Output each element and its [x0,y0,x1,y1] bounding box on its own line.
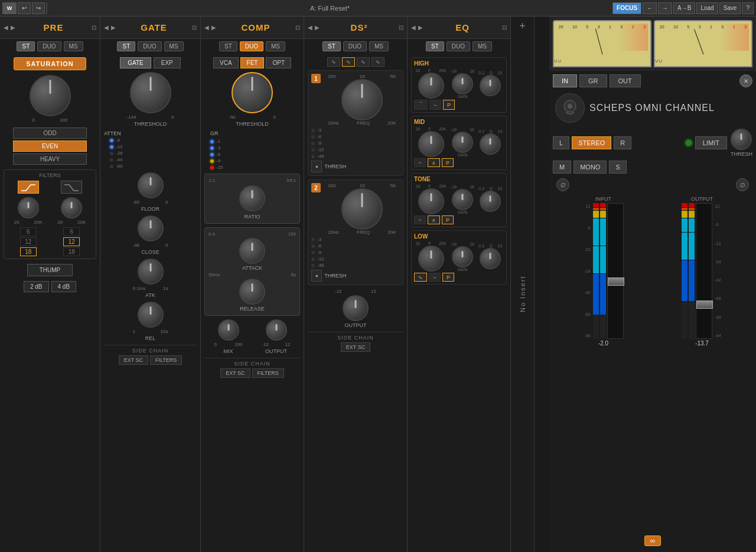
pre-nav-right[interactable]: ▶ [11,24,15,31]
insert-plus-btn[interactable]: + [516,17,529,36]
ds2-band2-freq-knob[interactable] [341,188,383,230]
mono-button[interactable]: MONO [573,161,607,174]
s-button[interactable]: S [609,161,626,174]
comp-output-knob[interactable] [266,319,287,341]
eq-low-q-knob[interactable] [480,248,501,269]
pre-main-knob[interactable] [30,75,71,116]
ds2-filter-btn-1[interactable]: ∿ [327,57,340,67]
filter-val-6b[interactable]: 6 [63,227,80,236]
help-button[interactable]: ? [742,2,754,14]
eq-low-filter-2[interactable]: ⌣ [429,273,441,282]
eq-mid-filter-1[interactable]: ⌢ [414,158,426,167]
ds2-filter-btn-2[interactable]: ∿ [342,57,355,67]
ds2-band1-freq-knob[interactable] [341,79,383,120]
gate-ext-sc-button[interactable]: EXT SC [119,355,148,365]
ds2-ext-sc-button[interactable]: EXT SC [341,342,370,352]
eq-expand[interactable]: ⊡ [502,24,507,31]
comp-mode-st[interactable]: ST [219,41,237,51]
gate-mode-duo[interactable]: DUO [138,41,161,51]
heavy-button[interactable]: HEAVY [13,153,87,165]
gr-button[interactable]: GR [579,74,607,87]
phase-btn-1[interactable]: ∅ [556,178,569,191]
odd-button[interactable]: ODD [13,128,87,139]
floor-knob[interactable] [138,172,164,198]
filter-val-12b[interactable]: 12 [63,237,80,246]
eq-mid-freq-knob[interactable] [418,131,444,157]
close-knob[interactable] [138,215,164,241]
gate-nav-right[interactable]: ▶ [111,24,116,31]
pre-nav-left[interactable]: ◀ [4,24,8,31]
gate-mode-ms[interactable]: MS [164,41,184,51]
eq-high-filter-shelf[interactable]: ⌒ [414,100,428,110]
next-preset-button[interactable]: → [658,2,672,14]
eq-high-q-knob[interactable] [480,75,501,96]
fet-button[interactable]: FET [240,57,265,68]
eq-mode-duo[interactable]: DUO [447,41,470,51]
eq-high-p-btn[interactable]: P [443,100,455,110]
opt-button[interactable]: OPT [266,57,291,68]
ds2-filter-btn-3[interactable]: ∿ [357,57,370,67]
db-2-button[interactable]: 2 dB [24,281,49,292]
eq-mode-ms[interactable]: MS [472,41,492,51]
eq-high-freq-knob[interactable] [418,73,444,99]
eq-tone-filter-1[interactable]: ⌢ [414,215,426,224]
filter-high-knob[interactable] [61,197,82,218]
ds2-nav-left[interactable]: ◀ [308,24,312,31]
filter-val-6a[interactable]: 6 [20,227,37,236]
gate-nav-left[interactable]: ◀ [104,24,109,31]
pre-mode-st[interactable]: ST [17,41,35,51]
filter-val-12a[interactable]: 12 [20,237,37,246]
ds2-mode-ms[interactable]: MS [369,41,389,51]
eq-tone-gain-knob[interactable] [452,189,473,210]
undo-button[interactable]: ↩ [18,2,31,14]
ab-button[interactable]: A→B [673,2,695,14]
gate-threshold-knob[interactable] [130,72,171,113]
load-button[interactable]: Load [696,2,718,14]
eq-mid-gain-knob[interactable] [452,132,473,153]
eq-low-p-btn[interactable]: P [442,273,454,282]
eq-low-freq-knob[interactable] [418,246,444,272]
save-button[interactable]: Save [719,2,741,14]
filter-shape-highpass[interactable] [18,181,39,194]
eq-low-gain-knob[interactable] [452,246,473,267]
r-button[interactable]: R [614,136,631,149]
mix-knob[interactable] [218,319,239,341]
l-button[interactable]: L [553,136,569,149]
comp-ext-sc-button[interactable]: EXT SC [220,368,250,378]
ratio-knob[interactable] [239,185,265,211]
comp-filters-button[interactable]: FILTERS [252,368,284,378]
eq-mid-q-knob[interactable] [480,133,501,155]
comp-nav-left[interactable]: ◀ [204,24,209,31]
pre-expand[interactable]: ⊡ [92,24,96,31]
limit-thresh-knob[interactable] [731,129,752,150]
ds2-band1-play-btn[interactable]: ▪ [311,161,322,172]
vca-button[interactable]: VCA [213,57,239,68]
release-knob[interactable] [239,279,265,305]
ds2-filter-btn-4[interactable]: ∿ [372,57,384,67]
close-button[interactable]: ✕ [739,74,752,87]
eq-mid-p-btn[interactable]: P [442,158,454,167]
ds2-nav-right[interactable]: ▶ [315,24,320,31]
ds2-output-knob[interactable] [343,295,369,321]
output-fader-thumb[interactable] [696,301,713,309]
eq-nav-left[interactable]: ◀ [411,24,416,31]
gate-btn[interactable]: GATE [120,57,151,68]
atk-knob[interactable] [138,259,164,285]
limit-button[interactable]: LIMIT [695,136,727,149]
eq-mode-st[interactable]: ST [426,41,444,51]
phase-btn-2[interactable]: ∅ [736,178,749,191]
ds2-expand[interactable]: ⊡ [399,24,403,31]
m-button[interactable]: M [553,161,571,174]
output-fader-track[interactable] [696,203,712,339]
eq-tone-p-btn[interactable]: P [442,215,454,224]
ds2-mode-duo[interactable]: DUO [343,41,367,51]
in-button[interactable]: IN [553,74,577,87]
filter-low-knob[interactable] [18,197,39,218]
comp-nav-right[interactable]: ▶ [211,24,216,31]
ds2-mode-st[interactable]: ST [322,41,341,51]
focus-button[interactable]: FOCUS [612,2,641,14]
input-fader-thumb[interactable] [608,277,624,286]
attack-knob[interactable] [239,238,265,264]
eq-high-gain-knob[interactable] [452,73,473,94]
redo-button[interactable]: ↪ [32,2,45,14]
